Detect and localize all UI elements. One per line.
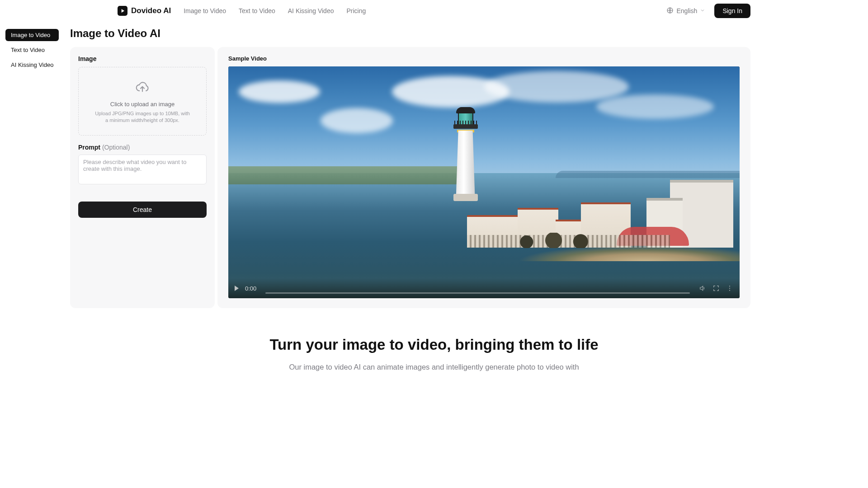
nav-pricing[interactable]: Pricing (346, 7, 366, 14)
header-left: Dovideo AI Image to Video Text to Video … (118, 6, 366, 16)
sidebar-item-text-to-video[interactable]: Text to Video (5, 44, 59, 56)
hero-subtitle: Our image to video AI can animate images… (118, 361, 750, 373)
top-nav: Image to Video Text to Video AI Kissing … (184, 7, 366, 14)
upload-cloud-icon (86, 80, 199, 96)
upload-title: Click to upload an image (86, 101, 199, 108)
sample-video-label: Sample Video (228, 55, 740, 62)
more-icon[interactable] (726, 285, 733, 292)
logo[interactable]: Dovideo AI (118, 6, 171, 16)
video-thumbnail (228, 66, 740, 298)
upload-area[interactable]: Click to upload an image Upload JPG/PNG … (78, 67, 207, 136)
header: Dovideo AI Image to Video Text to Video … (0, 0, 868, 22)
sidebar-item-image-to-video[interactable]: Image to Video (5, 29, 59, 41)
brand-name: Dovideo AI (131, 6, 171, 15)
lighthouse-icon (453, 99, 478, 198)
nav-image-to-video[interactable]: Image to Video (184, 7, 226, 14)
volume-icon[interactable] (699, 285, 706, 292)
prompt-optional-text: (Optional) (102, 144, 130, 151)
svg-point-2 (729, 288, 730, 289)
sidebar-item-label: Image to Video (11, 32, 50, 38)
video-controls: 0:00 (228, 278, 740, 298)
main: Image to Video AI Image Click to upload … (0, 27, 868, 308)
svg-point-3 (729, 290, 730, 291)
prompt-label: Prompt (Optional) (78, 144, 207, 151)
chevron-down-icon (700, 7, 705, 14)
play-icon[interactable] (235, 286, 239, 291)
sign-in-button[interactable]: Sign In (714, 4, 750, 18)
upload-subtext: Upload JPG/PNG images up to 10MB, with a… (86, 110, 199, 124)
sample-video[interactable]: 0:00 (228, 66, 740, 298)
prompt-input[interactable] (78, 155, 207, 184)
hero: Turn your image to video, bringing them … (0, 336, 868, 373)
hero-title: Turn your image to video, bringing them … (118, 336, 750, 353)
sidebar-item-label: AI Kissing Video (11, 61, 53, 68)
sidebar-item-label: Text to Video (11, 47, 45, 53)
nav-ai-kissing-video[interactable]: AI Kissing Video (288, 7, 334, 14)
image-label: Image (78, 55, 207, 62)
language-label: English (676, 7, 697, 14)
globe-icon (666, 7, 674, 15)
create-button[interactable]: Create (78, 202, 207, 218)
nav-text-to-video[interactable]: Text to Video (239, 7, 275, 14)
svg-point-1 (729, 286, 730, 286)
content-row: Image Click to upload an image Upload JP… (70, 47, 750, 308)
logo-icon (118, 6, 127, 16)
sidebar-item-ai-kissing-video[interactable]: AI Kissing Video (5, 59, 59, 71)
sample-panel: Sample Video (217, 47, 750, 308)
fullscreen-icon[interactable] (712, 285, 720, 292)
form-panel: Image Click to upload an image Upload JP… (70, 47, 215, 308)
language-selector[interactable]: English (666, 7, 705, 15)
video-time: 0:00 (245, 285, 256, 292)
video-progress-bar[interactable] (265, 292, 690, 294)
prompt-label-text: Prompt (78, 144, 100, 151)
page-title: Image to Video AI (70, 27, 750, 40)
header-right: English Sign In (666, 4, 750, 18)
sidebar: Image to Video Text to Video AI Kissing … (5, 29, 59, 71)
